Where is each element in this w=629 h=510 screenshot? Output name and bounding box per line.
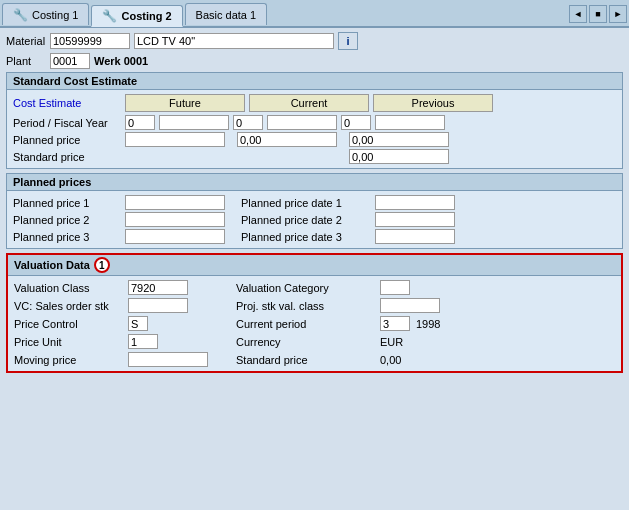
current-period-input[interactable] (233, 115, 263, 130)
material-label: Material (6, 35, 46, 47)
future-period-input[interactable] (125, 115, 155, 130)
val-title-row: Valuation Data 1 (8, 255, 621, 276)
ppd3-input[interactable] (375, 229, 455, 244)
moving-price-label: Moving price (14, 354, 124, 366)
period-label: Period / Fiscal Year (13, 117, 121, 129)
costing2-icon: 🔧 (102, 9, 117, 23)
previous-period-input[interactable] (341, 115, 371, 130)
planned-prices-section: Planned prices Planned price 1 Planned p… (6, 173, 623, 249)
nav-prev-button[interactable]: ◄ (569, 5, 587, 23)
main-content: Material i Plant Werk 0001 Standard Cost… (0, 28, 629, 381)
future-button[interactable]: Future (125, 94, 245, 112)
pp3-input[interactable] (125, 229, 225, 244)
price-unit-label: Price Unit (14, 336, 124, 348)
ppd1-input[interactable] (375, 195, 455, 210)
val-cat-input[interactable] (380, 280, 410, 295)
tab-basicdata1-label: Basic data 1 (196, 9, 257, 21)
standard-price-input[interactable] (349, 149, 449, 164)
standard-cost-estimate-section: Standard Cost Estimate Cost Estimate Fut… (6, 72, 623, 169)
ppd1-label: Planned price date 1 (241, 197, 371, 209)
std-price-label: Standard price (236, 354, 376, 366)
plant-col: Plant Werk 0001 (6, 53, 148, 69)
currency-label: Currency (236, 336, 376, 348)
info-button[interactable]: i (338, 32, 358, 50)
planned-price-label: Planned price (13, 134, 121, 146)
costing1-icon: 🔧 (13, 8, 28, 22)
curr-period-label: Current period (236, 318, 376, 330)
material-input[interactable] (50, 33, 130, 49)
tab-costing2[interactable]: 🔧 Costing 2 (91, 5, 182, 27)
val-body: Valuation Class Valuation Category VC: S… (8, 276, 621, 371)
tab-navigation: ◄ ■ ► (569, 5, 627, 23)
current-planned-input[interactable] (237, 132, 337, 147)
ppd2-input[interactable] (375, 212, 455, 227)
plant-input[interactable] (50, 53, 90, 69)
val-cat-label: Valuation Category (236, 282, 376, 294)
price-ctrl-input[interactable] (128, 316, 148, 331)
current-period-extra[interactable] (267, 115, 337, 130)
sce-title: Standard Cost Estimate (7, 73, 622, 90)
plant-section: Plant Werk 0001 (6, 53, 623, 69)
nav-scroll-button[interactable]: ■ (589, 5, 607, 23)
tab-basicdata1[interactable]: Basic data 1 (185, 3, 268, 25)
plant-label: Plant (6, 55, 46, 67)
pp2-input[interactable] (125, 212, 225, 227)
tab-costing1[interactable]: 🔧 Costing 1 (2, 3, 89, 25)
pp3-label: Planned price 3 (13, 231, 121, 243)
tabs-container: 🔧 Costing 1 🔧 Costing 2 Basic data 1 (2, 3, 267, 25)
std-price-value: 0,00 (380, 354, 460, 366)
val-class-input[interactable] (128, 280, 188, 295)
currency-value: EUR (380, 336, 460, 348)
sce-cost-est-label: Cost Estimate (13, 97, 121, 109)
moving-price-input[interactable] (128, 352, 208, 367)
future-planned-input[interactable] (125, 132, 225, 147)
tab-costing1-label: Costing 1 (32, 9, 78, 21)
material-desc-input[interactable] (134, 33, 334, 49)
current-button[interactable]: Current (249, 94, 369, 112)
sce-body: Cost Estimate Future Current Previous Pe… (7, 90, 622, 168)
pp1-input[interactable] (125, 195, 225, 210)
curr-period-year: 1998 (416, 318, 440, 330)
nav-next-button[interactable]: ► (609, 5, 627, 23)
plant-desc: Werk 0001 (94, 55, 148, 67)
previous-planned-input[interactable] (349, 132, 449, 147)
val-class-label: Valuation Class (14, 282, 124, 294)
material-section: Material i (6, 32, 623, 50)
ppd3-label: Planned price date 3 (241, 231, 371, 243)
val-title: Valuation Data (14, 259, 90, 271)
previous-period-extra[interactable] (375, 115, 445, 130)
curr-period-input[interactable] (380, 316, 410, 331)
valuation-section: Valuation Data 1 Valuation Class Valuati… (6, 253, 623, 373)
material-col: Material i (6, 32, 358, 50)
proj-stk-label: Proj. stk val. class (236, 300, 376, 312)
price-unit-input[interactable] (128, 334, 158, 349)
pp1-label: Planned price 1 (13, 197, 121, 209)
vc-sales-label: VC: Sales order stk (14, 300, 124, 312)
future-period-extra[interactable] (159, 115, 229, 130)
vc-sales-input[interactable] (128, 298, 188, 313)
proj-stk-input[interactable] (380, 298, 440, 313)
standard-price-label: Standard price (13, 151, 121, 163)
tab-bar: 🔧 Costing 1 🔧 Costing 2 Basic data 1 ◄ ■… (0, 0, 629, 28)
tab-costing2-label: Costing 2 (121, 10, 171, 22)
price-ctrl-label: Price Control (14, 318, 124, 330)
valuation-badge: 1 (94, 257, 110, 273)
pp-title: Planned prices (7, 174, 622, 191)
previous-button[interactable]: Previous (373, 94, 493, 112)
pp2-label: Planned price 2 (13, 214, 121, 226)
pp-body: Planned price 1 Planned price date 1 Pla… (7, 191, 622, 248)
ppd2-label: Planned price date 2 (241, 214, 371, 226)
